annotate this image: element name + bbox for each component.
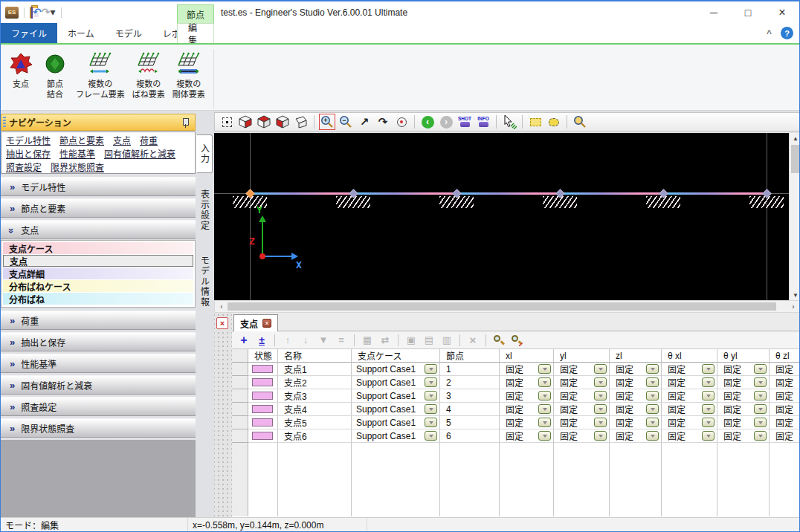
dof-cell[interactable]: 固定 bbox=[717, 403, 770, 416]
dof-cell[interactable]: 固定 bbox=[662, 376, 717, 389]
node-cell[interactable]: 5 bbox=[440, 416, 500, 429]
accordion-section-6[interactable]: »固有値解析と減衰 bbox=[1, 375, 196, 395]
dof-cell[interactable]: 固定 bbox=[717, 416, 770, 429]
dof-cell[interactable]: 固定 bbox=[554, 389, 610, 403]
dof-dropdown-icon[interactable] bbox=[754, 391, 767, 400]
side-tab-0[interactable]: 入力 bbox=[196, 134, 213, 173]
row-selector[interactable] bbox=[232, 416, 248, 429]
multi-rigid-elements-button[interactable]: 複数の 剛体要素 bbox=[170, 49, 207, 102]
name-cell[interactable]: 支点2 bbox=[278, 376, 352, 389]
scroll-thumb[interactable] bbox=[228, 302, 776, 311]
row-selector[interactable] bbox=[232, 376, 248, 389]
select-cursor-icon[interactable] bbox=[501, 114, 517, 130]
dof-dropdown-icon[interactable] bbox=[702, 431, 714, 441]
view-isometric-icon[interactable] bbox=[237, 114, 254, 130]
dof-cell[interactable]: 固定 bbox=[610, 403, 662, 416]
dof-dropdown-icon[interactable] bbox=[594, 431, 607, 441]
dof-dropdown-icon[interactable] bbox=[754, 418, 767, 427]
dof-dropdown-icon[interactable] bbox=[702, 377, 714, 387]
dof-cell[interactable]: 固定 bbox=[717, 429, 770, 443]
accordion-section-7[interactable]: »照査設定 bbox=[1, 397, 196, 416]
dof-dropdown-icon[interactable] bbox=[538, 364, 551, 374]
multi-spring-elements-button[interactable]: 複数の ばね要素 bbox=[130, 49, 167, 102]
dof-cell[interactable]: 固定 bbox=[610, 429, 662, 443]
name-cell[interactable]: 支点4 bbox=[278, 403, 352, 416]
dof-cell[interactable]: 固定 bbox=[554, 363, 610, 376]
node-cell[interactable]: 6 bbox=[440, 429, 500, 443]
scroll-right-icon[interactable]: › bbox=[788, 301, 799, 312]
nav-link-1[interactable]: 節点と要素 bbox=[59, 134, 104, 148]
dof-dropdown-icon[interactable] bbox=[702, 418, 714, 427]
dof-cell[interactable]: 固定 bbox=[770, 363, 800, 376]
node-cell[interactable]: 4 bbox=[440, 403, 500, 416]
dof-cell[interactable]: 固定 bbox=[500, 389, 554, 403]
case-dropdown-icon[interactable] bbox=[425, 391, 437, 400]
select-lasso-icon[interactable] bbox=[546, 114, 562, 130]
view-front-icon[interactable] bbox=[274, 114, 291, 130]
select-rect-icon[interactable] bbox=[527, 114, 543, 130]
dof-dropdown-icon[interactable] bbox=[594, 377, 607, 387]
nav-item-0[interactable]: 支点ケース bbox=[3, 242, 193, 254]
viewport-horizontal-scrollbar[interactable]: ‹ › bbox=[214, 300, 800, 313]
dof-cell[interactable]: 固定 bbox=[662, 363, 717, 376]
dof-cell[interactable]: 固定 bbox=[500, 416, 554, 429]
dof-dropdown-icon[interactable] bbox=[754, 431, 767, 441]
close-button[interactable]: × bbox=[765, 1, 799, 24]
dof-cell[interactable]: 固定 bbox=[500, 403, 554, 416]
dof-dropdown-icon[interactable] bbox=[538, 377, 551, 387]
accordion-section-4[interactable]: »抽出と保存 bbox=[1, 332, 196, 351]
search-options-icon[interactable]: ✓ bbox=[509, 333, 524, 348]
row-selector[interactable] bbox=[232, 363, 248, 376]
dof-dropdown-icon[interactable] bbox=[594, 391, 607, 400]
viewport-vertical-scrollbar[interactable]: ▲ ▼ bbox=[789, 133, 800, 300]
orbit-center-icon[interactable] bbox=[393, 114, 410, 130]
nav-link-0[interactable]: モデル特性 bbox=[6, 134, 51, 148]
dof-dropdown-icon[interactable] bbox=[538, 431, 551, 441]
dof-dropdown-icon[interactable] bbox=[754, 404, 767, 414]
scroll-thumb[interactable] bbox=[791, 145, 800, 173]
tab-1[interactable]: ホーム bbox=[57, 23, 105, 43]
tab-shiten[interactable]: 支点 x bbox=[233, 314, 278, 331]
insert-row-icon[interactable]: ± bbox=[254, 333, 269, 348]
scroll-up-icon[interactable]: ▲ bbox=[790, 133, 800, 143]
name-cell[interactable]: 支点5 bbox=[278, 416, 352, 429]
nav-item-4[interactable]: 分布ばね bbox=[3, 293, 193, 305]
tab-2[interactable]: モデル bbox=[105, 23, 152, 43]
info-icon[interactable]: INFO bbox=[475, 114, 491, 130]
collapse-ribbon-icon[interactable]: ^ bbox=[767, 28, 772, 39]
model-search-icon[interactable] bbox=[572, 114, 588, 130]
history-back-icon[interactable]: ‹ bbox=[419, 114, 436, 130]
dof-dropdown-icon[interactable] bbox=[646, 404, 659, 414]
node-cell[interactable]: 3 bbox=[440, 389, 500, 403]
accordion-section-3[interactable]: »荷重 bbox=[1, 311, 196, 330]
accordion-section-0[interactable]: »モデル特性 bbox=[1, 177, 196, 196]
dof-cell[interactable]: 固定 bbox=[770, 429, 800, 443]
case-cell[interactable]: Support Case1 bbox=[352, 429, 440, 443]
dof-cell[interactable]: 固定 bbox=[662, 389, 717, 403]
case-dropdown-icon[interactable] bbox=[425, 418, 437, 427]
case-dropdown-icon[interactable] bbox=[425, 404, 437, 414]
table-search-icon[interactable] bbox=[491, 333, 506, 348]
dof-cell[interactable]: 固定 bbox=[610, 363, 662, 376]
case-dropdown-icon[interactable] bbox=[425, 364, 437, 374]
case-dropdown-icon[interactable] bbox=[425, 377, 437, 387]
scroll-left-icon[interactable]: ‹ bbox=[216, 301, 227, 312]
node-join-button[interactable]: 節点 結合 bbox=[39, 49, 71, 102]
nav-link-6[interactable]: 固有値解析と減衰 bbox=[104, 148, 175, 161]
node-cell[interactable]: 2 bbox=[440, 376, 500, 389]
dof-cell[interactable]: 固定 bbox=[610, 376, 662, 389]
node-cell[interactable]: 1 bbox=[440, 363, 500, 376]
maximize-button[interactable]: □ bbox=[731, 1, 765, 24]
scroll-down-icon[interactable]: ▼ bbox=[790, 290, 800, 300]
dof-cell[interactable]: 固定 bbox=[770, 376, 800, 389]
dof-cell[interactable]: 固定 bbox=[500, 429, 554, 443]
dof-dropdown-icon[interactable] bbox=[646, 364, 659, 374]
shot-icon[interactable]: SHOT bbox=[457, 114, 473, 130]
case-cell[interactable]: Support Case1 bbox=[352, 403, 440, 416]
case-cell[interactable]: Support Case1 bbox=[352, 416, 440, 429]
quick-access-more-icon[interactable]: ▾ bbox=[50, 6, 55, 18]
redo-icon[interactable]: ↷ bbox=[42, 6, 51, 18]
accordion-section-1[interactable]: »節点と要素 bbox=[1, 198, 196, 218]
add-row-icon[interactable]: + bbox=[236, 333, 251, 348]
pin-icon[interactable] bbox=[181, 117, 190, 128]
